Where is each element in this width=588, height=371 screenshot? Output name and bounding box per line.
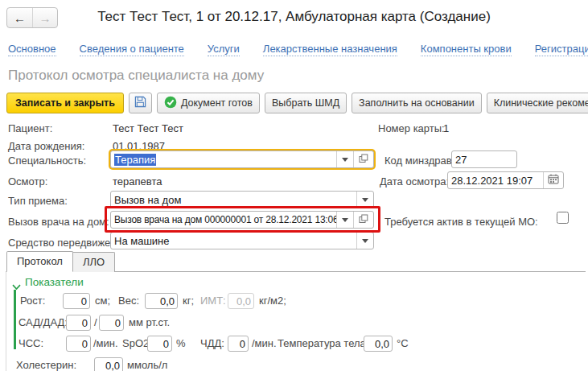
document-ready-button[interactable]: Документ готов [157,93,260,113]
chevron-down-icon [362,239,368,243]
tab-llo[interactable]: ЛЛО [73,252,115,272]
calendar-icon [548,174,559,187]
house-call-combobox[interactable]: Вызов врача на дом 000000001 от 28.12.20… [110,211,374,229]
fill-on-basis-button[interactable]: Заполнить на основании [352,93,482,113]
document-ready-label: Документ готов [181,97,253,109]
spo2-input[interactable] [147,336,172,352]
cholesterol-input[interactable] [94,357,123,371]
house-call-dropdown-button[interactable] [336,212,353,228]
tabs: Протокол ЛЛО [6,251,115,272]
nav-link-main[interactable]: Основное [8,43,56,56]
resp-rate-label: ЧДД: [200,336,224,352]
weight-label: Вес: [118,293,139,309]
check-circle-icon [164,96,177,111]
open-form-icon [359,214,368,226]
chevron-down-icon [342,218,348,222]
transport-value[interactable]: На машине [111,233,356,249]
temperature-label: Температура тела: [278,336,368,352]
nav-link-prescriptions[interactable]: Лекарственные назначения [263,43,397,56]
floppy-icon [134,96,146,110]
specialty-label: Специальность: [8,153,86,169]
nav-link-blood-components[interactable]: Компоненты крови [421,43,512,56]
active-required-label: Требуется актив в текущей МО: [384,214,538,230]
reception-type-combobox[interactable]: Вызов на дом [110,191,374,208]
house-call-open-button[interactable] [353,212,373,228]
heart-rate-input[interactable] [66,336,91,352]
weight-input[interactable] [145,293,178,309]
resp-rate-unit: /мин. [252,336,277,352]
examination-value: терапевта [113,174,162,190]
specialty-text[interactable]: Терапия [111,151,336,167]
temperature-unit: °C [397,336,409,352]
reception-type-value[interactable]: Вызов на дом [111,192,356,208]
cholesterol-unit: ммоль/л [127,357,167,371]
house-call-value[interactable]: Вызов врача на дом 000000001 от 28.12.20… [111,212,336,228]
height-label: Рост: [20,293,45,309]
minzdrav-code-input[interactable] [451,150,517,168]
chevron-down-icon [362,198,368,202]
chevron-down-icon [342,158,348,162]
examination-label: Осмотр: [8,174,47,190]
nav-link-diagnosis-registrations[interactable]: Регистрации диагн [535,43,588,56]
bp-sys-input[interactable] [66,315,91,331]
patient-label: Пациент: [8,121,52,137]
nav-link-patient-info[interactable]: Сведения о пациенте [80,43,184,56]
exam-date-calendar-button[interactable] [543,172,563,188]
open-form-icon [359,154,368,166]
spo2-unit: % [176,336,186,352]
bp-dia-input[interactable] [99,315,124,331]
clinical-recommendations-button[interactable]: Клинические рекомендации [487,93,588,113]
specialty-open-button[interactable] [353,151,373,167]
bmi-unit: кг/м2; [259,293,286,309]
page-title: Протокол осмотра специалиста на дому [8,68,264,84]
window-title: Тест Тест Тест, 1 от 20.12.17, Амбулатор… [0,9,588,25]
nav-link-services[interactable]: Услуги [208,43,240,56]
card-number-label: Номер карты: [378,121,445,137]
specialty-dropdown-button[interactable] [336,151,353,167]
tab-protocol[interactable]: Протокол [6,251,73,272]
weight-unit: кг; [183,293,194,309]
bmi-label: ИМТ: [200,293,226,309]
transport-dropdown-button[interactable] [356,233,373,249]
save-and-close-button[interactable]: Записать и закрыть [6,93,124,113]
reception-type-dropdown-button[interactable] [356,192,373,208]
exam-date-field[interactable]: 28.12.2021 19:07 [447,171,564,189]
height-input[interactable] [63,293,90,309]
birth-date-label: Дата рождения: [8,138,84,155]
specialty-combobox[interactable]: Терапия [110,150,374,168]
indicators-group-bar [14,290,16,349]
heart-rate-label: ЧСС: [19,336,43,352]
transport-combobox[interactable]: На машине [110,232,374,249]
toolbar: Записать и закрыть Документ готов Выбрат… [6,93,588,113]
bp-separator: / [94,315,97,331]
patient-value: Тест Тест Тест [113,121,183,137]
bp-unit: мм рт.ст. [129,315,170,331]
cholesterol-label: Холестерин: [16,357,76,371]
exam-date-value[interactable]: 28.12.2021 19:07 [448,172,543,188]
bmi-input [228,293,254,309]
house-call-label: Вызов врача на дом: [8,214,109,230]
select-shmd-button[interactable]: Выбрать ШМД [265,93,347,113]
height-unit: см; [95,293,110,309]
tab-panel [6,271,586,371]
exam-date-label: Дата осмотра: [380,174,449,190]
specialty-selected-value: Терапия [114,154,156,166]
bp-label: САД/ДАД: [19,315,68,331]
resp-rate-input[interactable] [228,336,249,352]
save-button[interactable] [129,93,152,113]
active-required-checkbox[interactable] [557,212,569,224]
reception-type-label: Тип приема: [8,193,68,209]
heart-rate-unit: /мин. [93,336,118,352]
minzdrav-code-label: Код минздрава: [384,153,460,169]
temperature-input[interactable] [364,336,393,352]
nav-links: Основное Сведения о пациенте Услуги Лека… [8,43,588,56]
indicators-section-title[interactable]: Показатели [25,276,84,288]
card-number-value: 1 [443,121,449,137]
